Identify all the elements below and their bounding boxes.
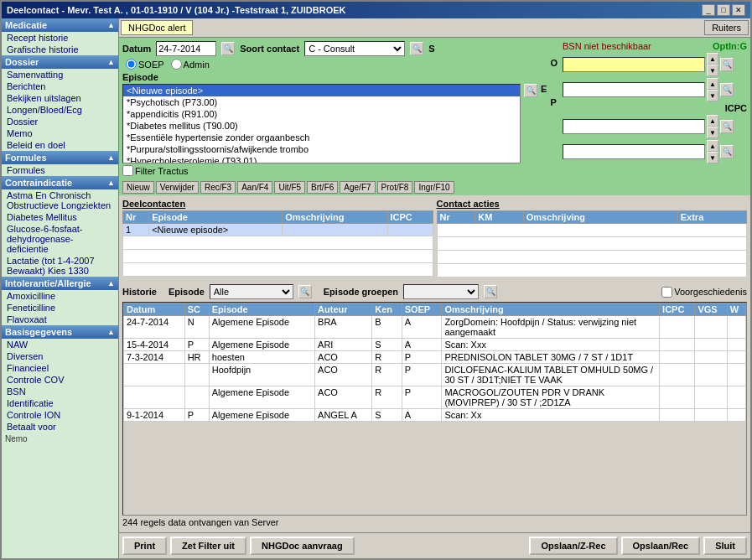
datum-search-button[interactable]: 🔍 (221, 42, 235, 55)
episode-item-2[interactable]: *appendicitis (R91.00) (123, 108, 520, 120)
icpc-scroll-up-1[interactable]: ▲ (707, 78, 718, 90)
icpc-scroll-down-1[interactable]: ▼ (707, 90, 718, 101)
h-w-3 (727, 351, 745, 364)
soep-radio[interactable] (126, 59, 137, 70)
historie-section: Historie Episode Alle 🔍 Episode groepen … (119, 281, 750, 532)
icpc-scroll-up-2[interactable]: ▲ (707, 115, 718, 127)
sidebar-item-naw[interactable]: NAW (2, 339, 118, 350)
sidebar-item-lactatie[interactable]: Lactatie (tot 1-4-2007 Bewaakt) Kies 133… (2, 255, 118, 277)
sidebar-item-controle-cov[interactable]: Controle COV (2, 374, 118, 386)
minimize-button[interactable]: _ (702, 4, 715, 16)
sidebar-item-longen[interactable]: Longen/Bloed/Ecg (2, 104, 118, 116)
h-datum-5 (124, 386, 185, 409)
ruiters-button[interactable]: Ruiters (704, 20, 749, 35)
sidebar-section-formules[interactable]: Formules ▲ (2, 151, 118, 164)
sidebar-item-betaalt[interactable]: Betaalt voor (2, 421, 118, 433)
nieuw-button[interactable]: Nieuw (122, 181, 154, 194)
datum-input[interactable] (156, 41, 216, 56)
aan-f4-button[interactable]: Aan/F4 (237, 181, 272, 194)
historie-episode-search[interactable]: 🔍 (298, 285, 312, 298)
age-f7-button[interactable]: Age/F7 (340, 181, 375, 194)
dc-row-1[interactable]: 1 <Nieuwe episode> (123, 224, 433, 236)
sidebar-item-identificatie[interactable]: Identificatie (2, 397, 118, 409)
sidebar-item-dossier[interactable]: Dossier (2, 116, 118, 127)
episode-list[interactable]: <Nieuwe episode> *Psychotisch (P73.00) *… (122, 84, 521, 163)
rec-f3-button[interactable]: Rec/F3 (200, 181, 236, 194)
sidebar-item-samenvatting[interactable]: Samenvatting (2, 69, 118, 80)
sidebar-item-glucose[interactable]: Glucose-6-fosfaat-dehydrogenase-deficien… (2, 223, 118, 255)
sidebar-item-memo[interactable]: Memo (2, 127, 118, 139)
sidebar-section-dossier[interactable]: Dossier ▲ (2, 55, 118, 69)
nhgdoc-alert-button[interactable]: NHGDoc alert (121, 20, 193, 35)
historie-table-container[interactable]: Datum SC Episode Auteur Ken SOEP Omschri… (122, 302, 747, 516)
icpc-input-3[interactable] (563, 144, 705, 159)
sidebar-item-recept[interactable]: Recept historie (2, 32, 118, 44)
zet-filter-button[interactable]: Zet Filter uit (170, 537, 246, 555)
bsn-search-1[interactable]: 🔍 (720, 58, 734, 71)
sidebar-item-bsn[interactable]: BSN (2, 386, 118, 397)
sidebar-item-controle-ion[interactable]: Controle ION (2, 409, 118, 421)
bsn-scroll-up[interactable]: ▲ (707, 53, 718, 65)
history-row-5[interactable]: Algemene Episode ACO R P MACROGOL/ZOUTEN… (124, 386, 746, 409)
sidebar-item-diversen[interactable]: Diversen (2, 350, 118, 362)
prot-f8-button[interactable]: Prot/F8 (377, 181, 413, 194)
soort-contact-select[interactable]: C - Consult (304, 41, 405, 56)
icpc-scroll-down-2[interactable]: ▼ (707, 127, 718, 138)
sidebar-item-berichten[interactable]: Berichten (2, 80, 118, 92)
ingr-f10-button[interactable]: Ingr/F10 (414, 181, 454, 194)
episode-item-new[interactable]: <Nieuwe episode> (123, 85, 520, 96)
history-row-6[interactable]: 9-1-2014 P Algemene Episode ANGEL A S A … (124, 409, 746, 422)
maximize-button[interactable]: □ (717, 4, 730, 16)
icpc-scroll-up-3[interactable]: ▲ (707, 140, 718, 152)
opslaan-zrec-button[interactable]: Opslaan/Z-Rec (529, 537, 617, 555)
episode-item-5[interactable]: *Purpura/stollingsstoornis/afwijkende tr… (123, 143, 520, 155)
episode-item-4[interactable]: *Essentiële hypertensie zonder orgaanbes… (123, 132, 520, 143)
sidebar-item-beleid[interactable]: Beleid en doel (2, 139, 118, 151)
print-button[interactable]: Print (122, 537, 167, 555)
historie-episode-select[interactable]: Alle (210, 284, 293, 299)
history-row-4[interactable]: Hoofdpijn ACO R P DICLOFENAC-KALIUM TABL… (124, 364, 746, 386)
sidebar-item-flavoxaat[interactable]: Flavoxaat (2, 314, 118, 325)
icpc-scroll-down-3[interactable]: ▼ (707, 152, 718, 163)
verwijder-button[interactable]: Verwijder (156, 181, 199, 194)
close-button[interactable]: ✕ (732, 4, 745, 16)
episode-groepen-search[interactable]: 🔍 (484, 285, 497, 298)
sidebar-item-financieel[interactable]: Financieel (2, 362, 118, 374)
sidebar-item-feneticilline[interactable]: Feneticilline (2, 302, 118, 314)
sidebar-item-amoxicilline[interactable]: Amoxicilline (2, 290, 118, 302)
history-row-2[interactable]: 15-4-2014 P Algemene Episode ARI S A Sca… (124, 339, 746, 351)
sidebar-item-bekijken[interactable]: Bekijken uitslagen (2, 92, 118, 104)
episode-item-6[interactable]: *Hypercholesterolemie (T93.01) (123, 155, 520, 163)
sidebar-item-diabetes[interactable]: Diabetes Mellitus (2, 211, 118, 223)
bsn-scroll-down[interactable]: ▼ (707, 65, 718, 76)
sidebar-section-contraindicatie[interactable]: Contraindicatie ▲ (2, 176, 118, 189)
episode-item-1[interactable]: *Psychotisch (P73.00) (123, 96, 520, 108)
bsn-input[interactable] (563, 57, 705, 72)
h-col-episode: Episode (209, 303, 314, 316)
opslaan-rec-button[interactable]: Opslaan/Rec (621, 537, 701, 555)
sluit-button[interactable]: Sluit (703, 537, 747, 555)
sidebar-section-intolerantie[interactable]: Intolerantie/Allergie ▲ (2, 277, 118, 290)
uit-f5-button[interactable]: Uit/F5 (274, 181, 305, 194)
brt-f6-button[interactable]: Brt/F6 (307, 181, 338, 194)
history-row-1[interactable]: 24-7-2014 N Algemene Episode BRA B A Zor… (124, 316, 746, 339)
sidebar-item-astma[interactable]: Astma En Chronisch Obstructieve Longziek… (2, 189, 118, 211)
episode-item-3[interactable]: *Diabetes mellitus (T90.00) (123, 120, 520, 132)
voorgeschiedenis-checkbox[interactable] (661, 287, 672, 298)
icpc-search-2[interactable]: 🔍 (720, 120, 734, 133)
episode-groepen-select[interactable] (403, 284, 479, 299)
icpc-input-1[interactable] (563, 82, 705, 97)
nhgdoc-aanvraag-button[interactable]: NHGDoc aanvraag (250, 537, 355, 555)
icpc-search-3[interactable]: 🔍 (720, 145, 734, 158)
sidebar-section-medicatie[interactable]: Medicatie ▲ (2, 18, 118, 32)
sidebar-item-grafische[interactable]: Grafische historie (2, 44, 118, 55)
soort-search-button[interactable]: 🔍 (410, 42, 423, 55)
admin-radio[interactable] (171, 59, 182, 70)
icpc-input-2[interactable] (563, 119, 705, 134)
sidebar-item-formules[interactable]: Formules (2, 164, 118, 176)
episode-search-button[interactable]: 🔍 (524, 84, 537, 97)
filter-tractus-checkbox[interactable] (122, 165, 133, 176)
history-row-3[interactable]: 7-3-2014 HR hoesten ACO R P PREDNISOLON … (124, 351, 746, 364)
icpc-search-1[interactable]: 🔍 (720, 83, 734, 96)
sidebar-section-basisgegevens[interactable]: Basisgegevens ▲ (2, 325, 118, 339)
